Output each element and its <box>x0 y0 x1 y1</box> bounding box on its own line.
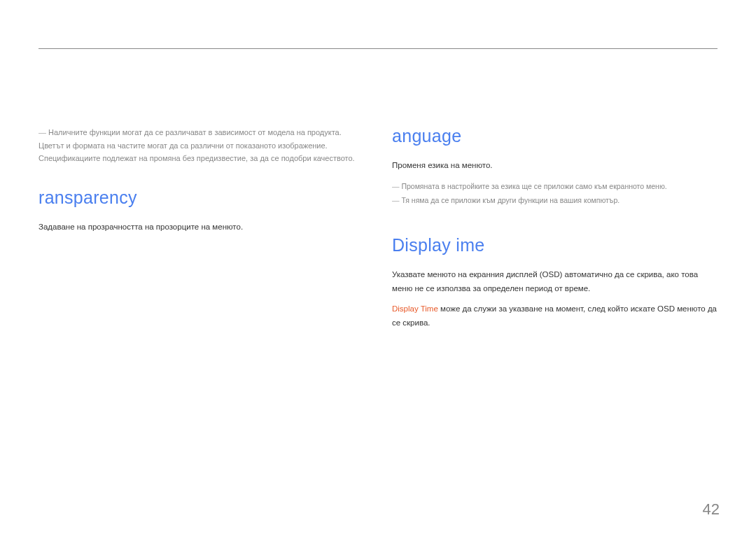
top-note: Наличните функции могат да се различават… <box>38 126 364 165</box>
language-section: anguage Променя езика на менюто. Промяна… <box>392 126 718 207</box>
language-note-1: Промяната в настройките за езика ще се п… <box>392 180 718 193</box>
horizontal-rule <box>38 48 718 49</box>
page-number: 42 <box>703 500 720 519</box>
display-time-body-1: Указвате менюто на екранния дисплей (OSD… <box>392 268 718 295</box>
display-time-highlight: Display Time <box>392 304 438 313</box>
display-time-heading: Display ime <box>392 235 718 255</box>
right-column: anguage Променя езика на менюто. Промяна… <box>392 126 718 358</box>
page-content: Наличните функции могат да се различават… <box>38 126 718 358</box>
language-body: Променя езика на менюто. <box>392 159 718 173</box>
display-time-section: Display ime Указвате менюто на екранния … <box>392 235 718 330</box>
display-time-body-2-text: може да служи за указване на момент, сле… <box>392 304 717 327</box>
transparency-heading: ransparency <box>38 188 364 208</box>
display-time-body-2: Display Time може да служи за указване н… <box>392 302 718 330</box>
language-note-2: Тя няма да се приложи към други функции … <box>392 194 718 207</box>
transparency-section: ransparency Задаване на прозрачността на… <box>38 188 364 234</box>
transparency-body: Задаване на прозрачността на прозорците … <box>38 220 364 234</box>
left-column: Наличните функции могат да се различават… <box>38 126 364 358</box>
language-heading: anguage <box>392 126 718 146</box>
